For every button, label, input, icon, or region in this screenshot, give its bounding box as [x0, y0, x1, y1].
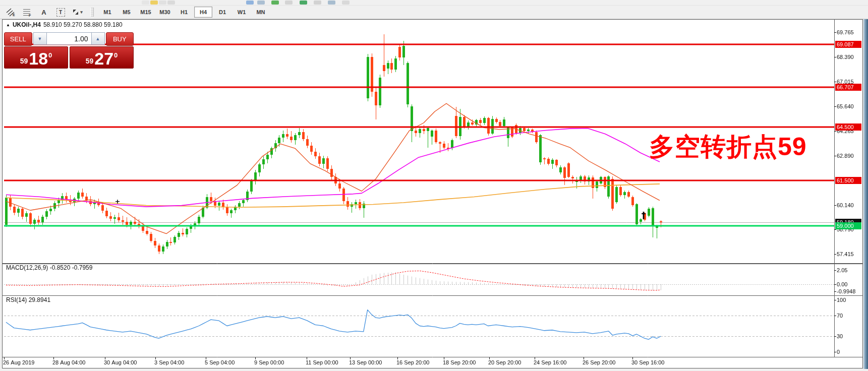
volume-decrease-button[interactable]: ▼	[33, 32, 47, 45]
ask-price-tile[interactable]: 59 27 0	[70, 46, 134, 69]
bid-price-pips: 18	[29, 50, 48, 67]
ask-price-pips: 27	[94, 50, 113, 67]
symbol-timeframe-label: UKOil-,H4	[13, 21, 41, 28]
volume-input[interactable]	[47, 32, 91, 45]
volume-stepper: ▼ ▲	[33, 32, 105, 45]
collapse-triangle-icon[interactable]: ▲	[6, 23, 10, 27]
ask-price-point: 0	[114, 51, 118, 59]
window-edge-strip	[863, 19, 868, 369]
bid-price-point: 0	[48, 51, 52, 59]
chart-annotation-text: 多空转折点59	[649, 130, 807, 164]
chart-symbol-header[interactable]: ▲ UKOil-,H4 58.910 59.270 58.880 59.180	[6, 21, 123, 28]
bid-price-major: 59	[20, 57, 28, 65]
volume-increase-button[interactable]: ▲	[91, 32, 105, 45]
buy-button[interactable]: BUY	[106, 32, 134, 46]
one-click-trade-panel: SELL ▼ ▲ BUY 59 18 0 59 27 0	[4, 32, 134, 69]
sell-button[interactable]: SELL	[4, 32, 32, 46]
bid-price-tile[interactable]: 59 18 0	[4, 46, 68, 69]
ohlc-values: 58.910 59.270 58.880 59.180	[43, 21, 123, 28]
ask-price-major: 59	[86, 57, 94, 65]
